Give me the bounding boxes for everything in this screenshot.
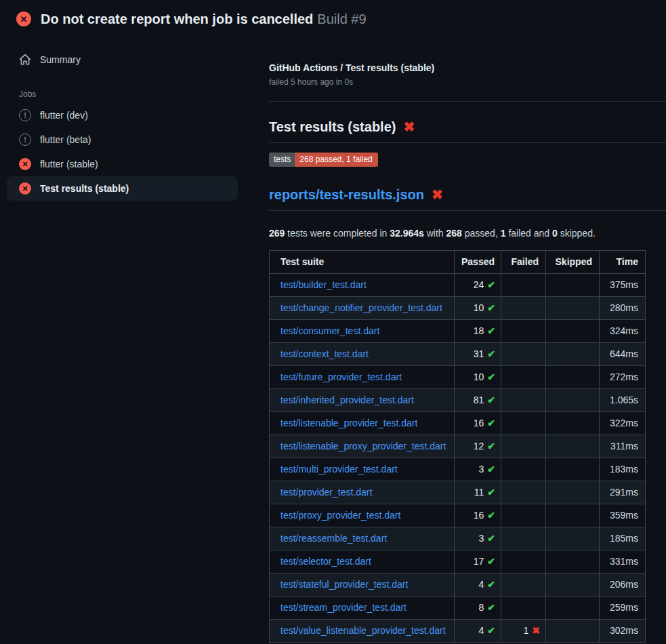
test-suite-link[interactable]: test/inherited_provider_test.dart xyxy=(280,395,414,405)
table-row: test/builder_test.dart24✔375ms xyxy=(270,274,646,297)
table-row: test/stream_provider_test.dart8✔259ms xyxy=(270,597,646,620)
report-file-link[interactable]: reports/test-results.json xyxy=(269,186,424,203)
time-value: 644ms xyxy=(600,343,646,366)
cancelled-status-icon: ! xyxy=(19,109,31,121)
failed-x-icon: ✖ xyxy=(432,188,443,201)
table-row: test/selector_test.dart17✔331ms xyxy=(270,550,646,573)
check-icon: ✔ xyxy=(487,510,495,521)
test-suite-link[interactable]: test/builder_test.dart xyxy=(280,279,367,290)
time-value: 331ms xyxy=(600,550,646,573)
passed-count: 4 xyxy=(478,579,484,590)
sidebar-item-label: flutter (dev) xyxy=(40,110,88,121)
sidebar-item-summary[interactable]: Summary xyxy=(7,47,238,72)
col-header-passed: Passed xyxy=(455,251,501,274)
check-icon: ✔ xyxy=(487,348,495,359)
check-icon: ✔ xyxy=(487,579,495,590)
test-suite-link[interactable]: test/provider_test.dart xyxy=(280,487,372,498)
sidebar-item-label: flutter (stable) xyxy=(40,159,98,169)
table-row: test/listenable_provider_test.dart16✔322… xyxy=(270,412,646,435)
sidebar-item-flutter-dev[interactable]: ! flutter (dev) xyxy=(7,103,238,127)
sidebar-item-label: flutter (beta) xyxy=(40,134,91,145)
passed-count: 24 xyxy=(474,279,484,290)
run-status-line: failed 5 hours ago in 0s xyxy=(269,77,666,87)
failure-status-icon: ✕ xyxy=(16,12,31,26)
section-title: Test results (stable) xyxy=(269,119,396,135)
time-value: 311ms xyxy=(600,435,646,458)
check-icon: ✔ xyxy=(487,418,495,428)
time-value: 359ms xyxy=(600,504,646,527)
test-suite-link[interactable]: test/value_listenable_provider_test.dart xyxy=(280,625,446,636)
check-icon: ✔ xyxy=(487,441,495,451)
passed-count: 10 xyxy=(474,371,484,382)
test-suite-link[interactable]: test/stateful_provider_test.dart xyxy=(280,579,408,590)
passed-count: 16 xyxy=(474,510,484,521)
check-icon: ✔ xyxy=(487,625,495,636)
sidebar-item-test-results-stable[interactable]: ✕ Test results (stable) xyxy=(7,176,238,201)
time-value: 272ms xyxy=(600,366,646,389)
table-row: test/stateful_provider_test.dart4✔206ms xyxy=(270,573,646,597)
test-suite-link[interactable]: test/reassemble_test.dart xyxy=(280,533,387,544)
check-icon: ✔ xyxy=(487,395,495,405)
test-suite-link[interactable]: test/future_provider_test.dart xyxy=(280,371,402,382)
run-title: Do not create report when job is cancell… xyxy=(41,12,313,26)
test-suite-link[interactable]: test/listenable_provider_test.dart xyxy=(280,418,417,428)
table-row: test/multi_provider_test.dart3✔183ms xyxy=(270,458,646,481)
sidebar-item-flutter-beta[interactable]: ! flutter (beta) xyxy=(7,127,238,152)
passed-count: 81 xyxy=(474,395,484,405)
sidebar-item-label: Test results (stable) xyxy=(40,183,129,194)
test-suite-link[interactable]: test/context_test.dart xyxy=(280,348,369,359)
section-heading: Test results (stable) ✖ xyxy=(269,119,666,143)
build-number: Build #9 xyxy=(317,12,366,26)
divider xyxy=(269,101,666,102)
check-icon: ✔ xyxy=(487,533,495,544)
failed-total: 1 xyxy=(501,228,506,239)
check-icon: ✔ xyxy=(487,602,495,613)
check-icon: ✔ xyxy=(487,464,495,475)
table-row: test/future_provider_test.dart10✔272ms xyxy=(270,366,646,389)
table-row: test/inherited_provider_test.dart81✔1.06… xyxy=(270,389,646,412)
time-value: 183ms xyxy=(600,458,646,481)
badge-label: tests xyxy=(269,153,295,167)
total-count: 269 xyxy=(269,228,285,239)
page-header: ✕ Do not create report when job is cance… xyxy=(0,0,666,37)
duration: 32.964s xyxy=(390,228,424,239)
failed-x-icon: ✖ xyxy=(403,120,415,134)
passed-count: 18 xyxy=(474,325,484,336)
col-header-time: Time xyxy=(600,251,646,274)
table-row: test/consumer_test.dart18✔324ms xyxy=(270,320,646,343)
failed-count: 1 xyxy=(523,625,528,636)
check-icon: ✔ xyxy=(487,325,495,336)
passed-total: 268 xyxy=(446,228,462,239)
test-suite-link[interactable]: test/consumer_test.dart xyxy=(280,325,379,336)
table-row: test/reassemble_test.dart3✔185ms xyxy=(270,527,646,550)
time-value: 185ms xyxy=(600,527,646,550)
breadcrumb: GitHub Actions / Test results (stable) xyxy=(269,62,666,74)
x-icon: ✖ xyxy=(532,625,540,636)
col-header-failed: Failed xyxy=(501,251,546,274)
passed-count: 31 xyxy=(474,348,484,359)
check-icon: ✔ xyxy=(487,302,495,313)
sidebar-item-flutter-stable[interactable]: ✕ flutter (stable) xyxy=(7,152,238,176)
page-title: Do not create report when job is cancell… xyxy=(41,10,367,28)
test-suite-link[interactable]: test/change_notifier_provider_test.dart xyxy=(280,302,442,313)
passed-count: 16 xyxy=(474,418,484,428)
tests-badge: tests 268 passed, 1 failed xyxy=(269,153,378,167)
time-value: 322ms xyxy=(600,412,646,435)
time-value: 291ms xyxy=(600,481,646,504)
test-suite-link[interactable]: test/listenable_proxy_provider_test.dart xyxy=(280,441,446,451)
test-suite-link[interactable]: test/selector_test.dart xyxy=(280,556,371,567)
test-suite-link[interactable]: test/stream_provider_test.dart xyxy=(280,602,407,613)
cancelled-status-icon: ! xyxy=(19,134,31,146)
time-value: 280ms xyxy=(600,297,646,320)
test-suite-link[interactable]: test/proxy_provider_test.dart xyxy=(280,510,400,521)
table-row: test/context_test.dart31✔644ms xyxy=(270,343,646,366)
table-row: test/provider_test.dart11✔291ms xyxy=(270,481,646,504)
table-header-row: Test suite Passed Failed Skipped Time xyxy=(270,251,646,274)
sidebar-item-label: Summary xyxy=(40,54,81,65)
test-suite-link[interactable]: test/multi_provider_test.dart xyxy=(280,464,398,475)
skipped-total: 0 xyxy=(552,228,558,239)
time-value: 324ms xyxy=(600,320,646,343)
passed-count: 3 xyxy=(478,533,484,544)
table-row: test/value_listenable_provider_test.dart… xyxy=(270,620,646,643)
passed-count: 11 xyxy=(474,487,484,498)
